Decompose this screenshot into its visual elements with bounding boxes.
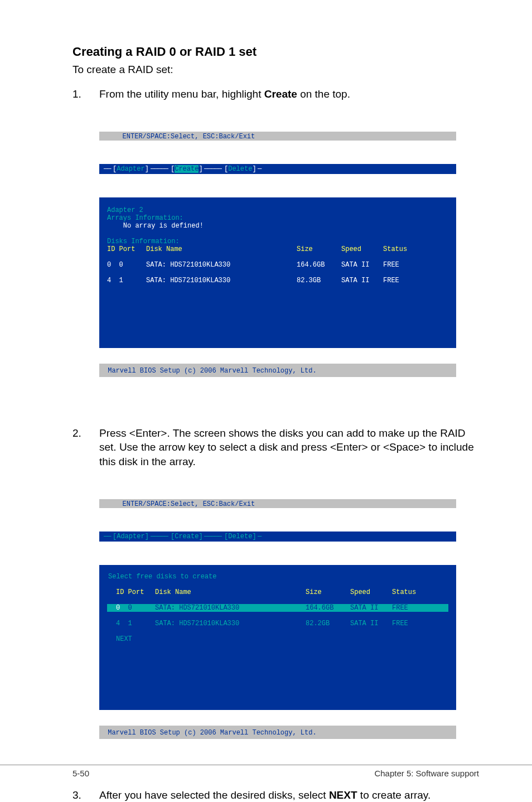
section-heading: Creating a RAID 0 or RAID 1 set [72, 45, 479, 59]
text-fragment: on the top. [297, 88, 350, 100]
tab-delete[interactable]: [Delete] [224, 165, 257, 173]
tab-create[interactable]: [Create] [171, 165, 203, 173]
bios-screen-2: ENTER/SPACE:Select, ESC:Back/Exit ── [Ad… [99, 484, 456, 755]
step-2: 2. Press <Enter>. The screen shows the d… [72, 426, 479, 469]
text-fragment: After you have selected the desired disk… [99, 789, 329, 801]
text-fragment: From the utility menu bar, highlight [99, 88, 264, 100]
bios-screen-1: ENTER/SPACE:Select, ESC:Back/Exit ── [Ad… [99, 116, 456, 393]
tab-adapter: [Adapter] [113, 533, 149, 540]
bios-hint-text: ENTER/SPACE:Select, ESC:Back/Exit [123, 133, 255, 141]
chapter-label: Chapter 5: Software support [374, 769, 479, 778]
bios-footer-bar: Marvell BIOS Setup (c) 2006 Marvell Tech… [99, 364, 456, 377]
bios-panel: Select free disks to create ID PortDisk … [99, 565, 456, 710]
popup-disk-row[interactable]: 4 1SATA: HDS721010KLA33082.2GBSATA IIFRE… [107, 620, 448, 627]
bios-footer-text: Marvell BIOS Setup (c) 2006 Marvell Tech… [108, 367, 316, 375]
step-text: From the utility menu bar, highlight Cre… [99, 87, 479, 102]
text-bold: NEXT [329, 789, 357, 801]
disk-header-row: ID PortDisk NameSizeSpeedStatus [107, 245, 448, 253]
bios-hint-text: ENTER/SPACE:Select, ESC:Back/Exit [123, 500, 255, 508]
bios-tab-line: ── [Adapter] ───── [Create] ───── [Delet… [99, 164, 456, 174]
tab-create: [Create] [171, 533, 203, 540]
popup-disk-row-selected[interactable]: 0 0SATA: HDS721010KLA330164.6GBSATA IIFR… [107, 604, 448, 612]
intro-text: To create a RAID set: [72, 64, 479, 76]
disks-info-label: Disks Information: [107, 238, 180, 245]
page-number: 5-50 [72, 769, 89, 778]
popup-title: Select free disks to create [107, 573, 448, 581]
step-text: Press <Enter>. The screen shows the disk… [99, 426, 479, 469]
tab-adapter[interactable]: [Adapter] [113, 165, 149, 173]
bios-footer-text: Marvell BIOS Setup (c) 2006 Marvell Tech… [108, 729, 316, 737]
bios-tab-line: ── [Adapter] ───── [Create] ───── [Delet… [99, 532, 456, 542]
page-footer: 5-50 Chapter 5: Software support [0, 765, 532, 769]
step-text: After you have selected the desired disk… [99, 788, 479, 802]
select-disks-popup: Select free disks to create ID PortDisk … [107, 565, 448, 659]
disk-row[interactable]: 4 1SATA: HDS721010KLA33082.3GBSATA IIFRE… [107, 277, 448, 284]
bios-footer-bar: Marvell BIOS Setup (c) 2006 Marvell Tech… [99, 726, 456, 739]
step-3: 3. After you have selected the desired d… [72, 788, 479, 802]
step-number: 1. [72, 87, 99, 102]
tab-delete: [Delete] [224, 533, 257, 540]
step-number: 2. [72, 426, 99, 469]
bios-hint-bar: ENTER/SPACE:Select, ESC:Back/Exit [99, 132, 456, 141]
step-number: 3. [72, 788, 99, 802]
popup-header-row: ID PortDisk NameSizeSpeedStatus [107, 588, 448, 596]
bios-panel: Adapter 2 Arrays Information: No array i… [99, 197, 456, 348]
no-array-text: No array is defined! [123, 222, 204, 230]
text-fragment: to create array. [357, 789, 431, 801]
text-bold: Create [264, 88, 297, 100]
bios-hint-bar: ENTER/SPACE:Select, ESC:Back/Exit [99, 499, 456, 508]
step-1: 1. From the utility menu bar, highlight … [72, 87, 479, 102]
popup-next-option[interactable]: NEXT [107, 635, 448, 643]
disk-row[interactable]: 0 0SATA: HDS721010KLA330164.6GBSATA IIFR… [107, 261, 448, 269]
